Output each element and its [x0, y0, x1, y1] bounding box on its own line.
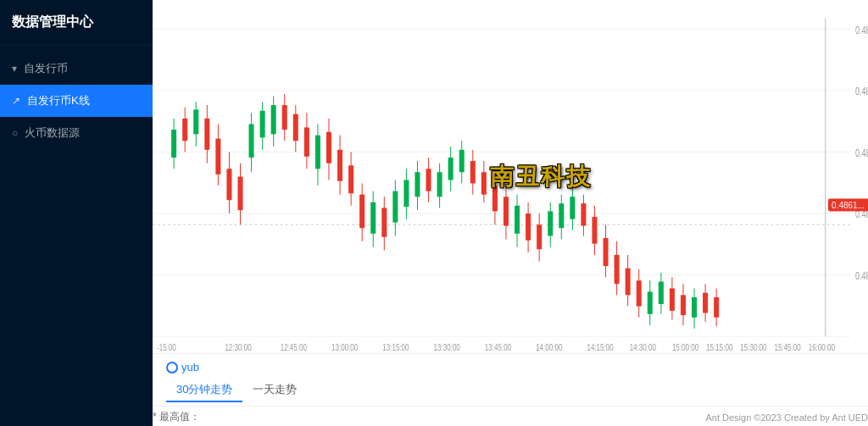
svg-text:13:15:00: 13:15:00	[382, 343, 409, 352]
svg-rect-41	[326, 132, 331, 163]
sidebar-title: 数据管理中心	[0, 0, 153, 46]
chart-area: 南丑科技 0.4861... 0.48800 0.48600 0.48400 0…	[153, 0, 868, 353]
svg-rect-73	[504, 196, 509, 225]
svg-rect-81	[548, 211, 553, 235]
chart-icon: ↗	[12, 95, 20, 107]
svg-text:0.48000: 0.48000	[855, 270, 868, 282]
svg-text:0.48800: 0.48800	[855, 24, 868, 36]
svg-text:16:00:00: 16:00:00	[809, 343, 835, 352]
svg-text:15:00:00: 15:00:00	[672, 343, 698, 352]
max-price-label: * 最高值：	[153, 410, 200, 424]
svg-rect-21	[215, 139, 220, 174]
svg-rect-57	[415, 172, 420, 196]
svg-rect-63	[448, 158, 453, 180]
copyright-text: Ant Design ©2023 Created by Ant UED	[705, 412, 868, 423]
svg-rect-71	[492, 185, 498, 211]
svg-rect-93	[615, 255, 620, 284]
svg-rect-51	[381, 207, 387, 236]
svg-rect-27	[249, 124, 254, 158]
svg-rect-95	[626, 268, 631, 296]
svg-rect-19	[204, 119, 209, 150]
price-badge: 0.4861...	[828, 198, 868, 211]
svg-rect-87	[581, 203, 586, 225]
circle-icon	[166, 362, 178, 373]
svg-rect-17	[193, 109, 198, 134]
svg-rect-103	[670, 288, 675, 310]
svg-rect-97	[637, 280, 642, 306]
svg-rect-77	[526, 213, 531, 241]
svg-text:15:45:00: 15:45:00	[774, 343, 800, 352]
svg-rect-55	[403, 180, 409, 207]
svg-text:13:30:00: 13:30:00	[434, 343, 460, 352]
sidebar-item-huobi[interactable]: ○ 火币数据源	[0, 117, 153, 149]
svg-rect-105	[681, 295, 686, 315]
svg-rect-33	[282, 105, 287, 130]
svg-rect-35	[293, 114, 298, 141]
footer-bar: * 最高值： Ant Design ©2023 Created by Ant U…	[153, 406, 868, 426]
svg-rect-101	[659, 282, 664, 304]
svg-rect-107	[692, 297, 697, 318]
svg-rect-23	[226, 169, 231, 200]
sidebar-item-label: 自发行币K线	[27, 93, 90, 108]
svg-rect-61	[437, 172, 442, 196]
candlestick-chart: 0.48800 0.48600 0.48400 0.48200 0.48000	[153, 7, 868, 353]
sidebar-item-label: 自发行币	[24, 61, 68, 76]
svg-text:0.48400: 0.48400	[855, 147, 868, 159]
sidebar-menu: ▾ 自发行币 ↗ 自发行币K线 ○ 火币数据源	[0, 46, 153, 426]
svg-text:13:00:00: 13:00:00	[331, 343, 358, 352]
svg-rect-25	[237, 177, 242, 211]
bottom-panel: yub 30分钟走势 一天走势	[153, 353, 868, 406]
tab-30min[interactable]: 30分钟走势	[166, 379, 242, 402]
arrow-icon: ▾	[12, 63, 17, 75]
svg-rect-111	[714, 297, 719, 318]
svg-rect-29	[260, 111, 265, 138]
svg-rect-65	[459, 150, 465, 172]
svg-rect-15	[182, 119, 187, 141]
svg-text:-15:00: -15:00	[157, 343, 176, 352]
main-content: 南丑科技 0.4861... 0.48800 0.48600 0.48400 0…	[153, 0, 868, 426]
svg-text:12:45:00: 12:45:00	[281, 343, 307, 352]
svg-rect-89	[592, 217, 597, 244]
svg-rect-69	[481, 172, 487, 194]
svg-text:12:30:00: 12:30:00	[225, 343, 251, 352]
svg-rect-43	[337, 150, 342, 181]
svg-rect-67	[470, 161, 476, 183]
svg-text:15:30:00: 15:30:00	[740, 343, 766, 352]
symbol-label: yub	[166, 361, 199, 373]
svg-text:15:15:00: 15:15:00	[706, 343, 732, 352]
tab-oneday[interactable]: 一天走势	[242, 379, 307, 402]
svg-rect-37	[304, 127, 309, 156]
svg-text:14:30:00: 14:30:00	[630, 343, 656, 352]
svg-rect-83	[559, 203, 564, 228]
svg-text:14:15:00: 14:15:00	[587, 343, 613, 352]
sidebar: 数据管理中心 ▾ 自发行币 ↗ 自发行币K线 ○ 火币数据源	[0, 0, 153, 426]
svg-rect-99	[648, 291, 653, 313]
tabs: 30分钟走势 一天走势	[166, 379, 854, 402]
svg-rect-45	[348, 165, 353, 193]
svg-rect-53	[392, 191, 398, 223]
svg-rect-75	[515, 206, 520, 234]
svg-rect-31	[271, 105, 276, 134]
svg-rect-13	[171, 130, 176, 158]
svg-text:0.48600: 0.48600	[855, 86, 868, 97]
svg-text:14:00:00: 14:00:00	[536, 343, 562, 352]
svg-rect-49	[370, 202, 376, 234]
svg-rect-85	[570, 196, 575, 219]
svg-rect-109	[703, 293, 708, 313]
svg-rect-79	[537, 224, 542, 249]
svg-rect-59	[426, 169, 431, 191]
tab-row: yub	[166, 361, 854, 373]
sidebar-item-label: 火币数据源	[25, 125, 80, 141]
data-icon: ○	[12, 127, 18, 139]
svg-rect-91	[604, 238, 609, 266]
svg-rect-47	[359, 195, 364, 229]
sidebar-item-zifabiaobi[interactable]: ▾ 自发行币	[0, 53, 153, 85]
sidebar-item-kline[interactable]: ↗ 自发行币K线	[0, 85, 153, 117]
svg-text:13:45:00: 13:45:00	[485, 343, 511, 352]
svg-rect-39	[315, 136, 320, 169]
